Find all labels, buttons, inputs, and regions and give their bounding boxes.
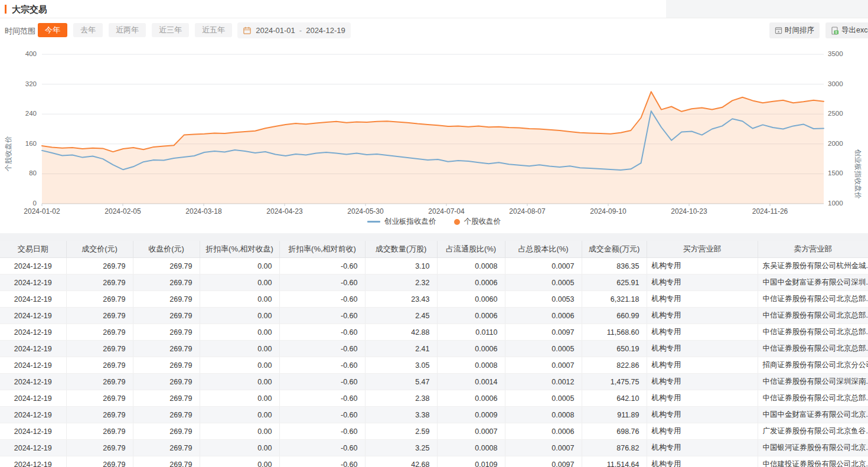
- table-cell: 269.79: [133, 390, 200, 407]
- table-cell: 269.79: [66, 308, 133, 324]
- table-cell: 0.0006: [505, 423, 582, 440]
- table-cell: 2024-12-19: [0, 407, 66, 423]
- table-cell: 0.00: [200, 258, 279, 275]
- table-cell: 广发证券股份有限公司北京鱼谷...: [758, 423, 868, 440]
- y-axis-tick-left: 160: [0, 140, 37, 147]
- table-cell: -0.60: [279, 374, 365, 390]
- table-cell: 836.35: [582, 258, 647, 275]
- table-cell: 42.68: [365, 456, 437, 467]
- table-cell: 269.79: [66, 456, 133, 467]
- excel-icon: [831, 27, 839, 35]
- table-cell: 0.0053: [505, 291, 582, 308]
- price-chart: 个股收盘价 创业板指收盘价 创业板指收盘价个股收盘价 0801602403204…: [0, 47, 868, 233]
- y-axis-tick-left: 80: [0, 169, 37, 177]
- table-cell: 0.0097: [505, 456, 582, 467]
- table-cell: 0.0005: [505, 341, 582, 357]
- legend-item-0[interactable]: 创业板指收盘价: [367, 217, 436, 227]
- table-cell: 2.59: [365, 423, 437, 440]
- table-cell: 0.0012: [505, 374, 582, 390]
- table-cell: 269.79: [66, 291, 133, 308]
- column-header-8: 成交金额(万元): [582, 241, 647, 258]
- table-row: 2024-12-19269.79269.790.00-0.6042.880.01…: [0, 324, 868, 341]
- table-row: 2024-12-19269.79269.790.00-0.602.320.000…: [0, 275, 868, 291]
- table-cell: 中国中金财富证券有限公司深圳...: [758, 275, 868, 291]
- table-cell: -0.60: [279, 341, 365, 357]
- table-cell: 0.0007: [505, 440, 582, 456]
- y-axis-tick-right: 2500: [828, 110, 857, 117]
- title-accent-bar: [5, 5, 6, 14]
- title-bar: 大宗交易: [0, 0, 868, 18]
- table-cell: 0.0006: [505, 308, 582, 324]
- x-axis-tick: 2024-11-26: [742, 207, 798, 215]
- x-axis-tick: 2024-04-23: [256, 207, 313, 215]
- range-option-4[interactable]: 近五年: [195, 23, 232, 37]
- time-range-pills: 今年去年近两年近三年近五年全部: [38, 23, 267, 37]
- table-cell: 6,321.18: [582, 291, 647, 308]
- table-cell: 2024-12-19: [0, 456, 66, 467]
- table-row: 2024-12-19269.79269.790.00-0.605.470.001…: [0, 374, 868, 390]
- table-cell: 269.79: [66, 407, 133, 423]
- date-end: 2024-12-19: [306, 26, 345, 35]
- table-cell: 660.99: [582, 308, 647, 324]
- table-cell: 0.00: [200, 390, 279, 407]
- range-option-0[interactable]: 今年: [38, 23, 67, 37]
- column-header-3: 折扣率(%,相对收盘): [200, 241, 279, 258]
- table-cell: 269.79: [66, 423, 133, 440]
- chart-legend: 创业板指收盘价个股收盘价: [0, 217, 868, 227]
- column-header-6: 占流通股比(%): [437, 241, 505, 258]
- table-cell: 中信证券股份有限公司深圳深南...: [758, 374, 868, 390]
- table-cell: 0.00: [200, 357, 279, 374]
- table-row: 2024-12-19269.79269.790.00-0.603.380.000…: [0, 407, 868, 423]
- table-cell: 中国银河证券股份有限公司北京...: [758, 440, 868, 456]
- block-trade-table-wrap: 交易日期成交价(元)收盘价(元)折扣率(%,相对收盘)折扣率(%,相对前收)成交…: [0, 241, 868, 467]
- legend-label: 个股收盘价: [464, 217, 501, 227]
- table-cell: 招商证券股份有限公司北京分公司: [758, 357, 868, 374]
- table-cell: 269.79: [133, 324, 200, 341]
- x-axis-tick: 2024-09-10: [580, 207, 637, 215]
- column-header-2: 收盘价(元): [133, 241, 200, 258]
- legend-line-swatch: [367, 221, 380, 223]
- x-axis-tick: 2024-03-18: [175, 207, 232, 215]
- table-cell: 2024-12-19: [0, 275, 66, 291]
- table-header-row: 交易日期成交价(元)收盘价(元)折扣率(%,相对收盘)折扣率(%,相对前收)成交…: [0, 241, 868, 258]
- legend-item-1[interactable]: 个股收盘价: [454, 217, 501, 227]
- table-cell: -0.60: [279, 324, 365, 341]
- calendar-icon: [243, 26, 252, 35]
- table-cell: 269.79: [133, 258, 200, 275]
- top-right-spacer: [666, 0, 868, 18]
- range-option-3[interactable]: 近三年: [152, 23, 189, 37]
- table-cell: 中信证券股份有限公司北京总部...: [758, 390, 868, 407]
- legend-dot-swatch: [454, 219, 460, 225]
- table-cell: 0.0005: [505, 390, 582, 407]
- range-option-1[interactable]: 去年: [73, 23, 103, 37]
- column-header-1: 成交价(元): [66, 241, 133, 258]
- table-row: 2024-12-19269.79269.790.00-0.602.410.000…: [0, 341, 868, 357]
- table-cell: -0.60: [279, 275, 365, 291]
- table-cell: 0.0008: [437, 258, 505, 275]
- table-cell: 0.0007: [437, 423, 505, 440]
- table-cell: 机构专用: [647, 390, 758, 407]
- x-axis-tick: 2024-10-23: [661, 207, 717, 215]
- table-row: 2024-12-19269.79269.790.00-0.602.380.000…: [0, 390, 868, 407]
- table-cell: 269.79: [66, 374, 133, 390]
- range-option-2[interactable]: 近两年: [109, 23, 146, 37]
- time-sort-button[interactable]: 时间排序: [769, 22, 820, 38]
- table-cell: -0.60: [279, 308, 365, 324]
- table-cell: 0.00: [200, 423, 279, 440]
- table-cell: 中信证券股份有限公司北京总部...: [758, 341, 868, 357]
- date-range-picker[interactable]: 2024-01-01 - 2024-12-19: [237, 22, 351, 38]
- table-cell: -0.60: [279, 357, 365, 374]
- table-cell: 机构专用: [647, 258, 758, 275]
- table-cell: 0.00: [200, 275, 279, 291]
- table-cell: 2024-12-19: [0, 374, 66, 390]
- export-excel-button[interactable]: 导出excel: [825, 22, 868, 38]
- table-cell: 0.0006: [437, 341, 505, 357]
- table-cell: 中信证券股份有限公司北京总部...: [758, 291, 868, 308]
- table-cell: 269.79: [133, 374, 200, 390]
- x-axis-tick: 2024-02-05: [94, 207, 151, 215]
- table-cell: 269.79: [133, 456, 200, 467]
- table-cell: 0.00: [200, 407, 279, 423]
- table-cell: 2024-12-19: [0, 324, 66, 341]
- sort-icon: [775, 27, 782, 34]
- y-axis-tick-right: 3500: [828, 50, 857, 57]
